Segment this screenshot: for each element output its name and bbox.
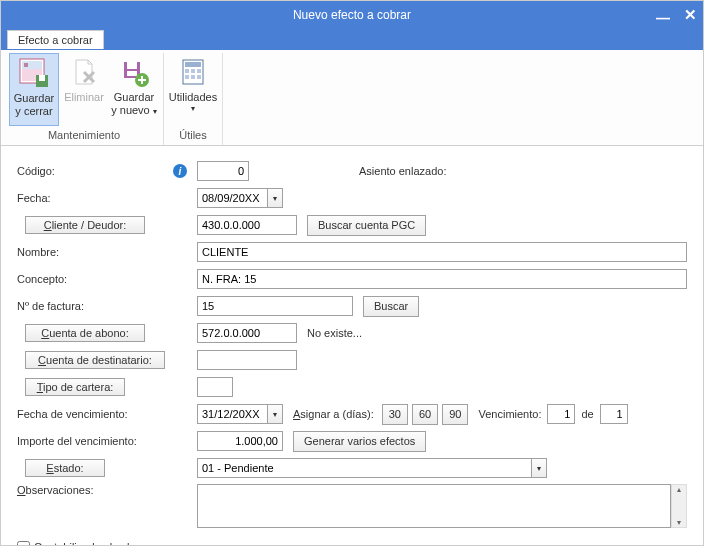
generar-varios-efectos-button[interactable]: Generar varios efectos — [293, 431, 426, 452]
cliente-input[interactable] — [197, 215, 297, 235]
observaciones-scrollbar[interactable]: ▴ ▾ — [671, 484, 687, 528]
ribbon-group-label-mantenimiento: Mantenimiento — [48, 126, 120, 145]
dialog-window: Nuevo efecto a cobrar — ✕ Efecto a cobra… — [0, 0, 704, 546]
delete-label: Eliminar — [64, 91, 104, 104]
estado-button[interactable]: Estado: — [25, 459, 105, 477]
utilities-button[interactable]: Utilidades ▾ — [168, 53, 218, 126]
label-vencimiento-n: Vencimiento: — [478, 408, 541, 420]
fecha-field[interactable]: ▾ — [197, 188, 283, 208]
importe-input[interactable] — [197, 431, 283, 451]
cuenta-destinatario-button[interactable]: Cuenta de destinatario: — [25, 351, 165, 369]
contabilizado-checkbox[interactable]: Contabilizado el cobro — [17, 541, 143, 547]
dias-90-button[interactable]: 90 — [442, 404, 468, 425]
label-de: de — [581, 408, 593, 420]
label-concepto: Concepto: — [17, 273, 197, 285]
chevron-down-icon: ▾ — [153, 107, 157, 116]
close-icon[interactable]: ✕ — [684, 6, 697, 24]
titlebar: Nuevo efecto a cobrar — ✕ — [1, 1, 703, 29]
buscar-cuenta-pgc-button[interactable]: Buscar cuenta PGC — [307, 215, 426, 236]
estado-select[interactable]: ▾ — [197, 458, 547, 478]
utilities-label: Utilidades — [169, 91, 217, 104]
info-icon[interactable]: i — [173, 164, 187, 178]
label-codigo: Código: i — [17, 164, 197, 178]
no-existe-text: No existe... — [307, 327, 362, 339]
svg-rect-13 — [191, 75, 195, 79]
svg-rect-12 — [185, 75, 189, 79]
save-and-new-button[interactable]: Guardar y nuevo ▾ — [109, 53, 159, 126]
delete-button: Eliminar — [59, 53, 109, 126]
ribbon-group-utiles: Utilidades ▾ Útiles — [164, 53, 223, 145]
save-close-icon — [18, 57, 50, 89]
label-asiento-enlazado: Asiento enlazado: — [359, 165, 446, 177]
concepto-input[interactable] — [197, 269, 687, 289]
svg-rect-10 — [191, 69, 195, 73]
svg-rect-11 — [197, 69, 201, 73]
ribbon-group-mantenimiento: Guardar y cerrar Eliminar — [5, 53, 164, 145]
estado-dropdown-icon[interactable]: ▾ — [531, 458, 547, 478]
tipo-cartera-button[interactable]: Tipo de cartera: — [25, 378, 125, 396]
save-and-close-button[interactable]: Guardar y cerrar — [9, 53, 59, 126]
delete-icon — [68, 56, 100, 88]
buscar-button[interactable]: Buscar — [363, 296, 419, 317]
vencimiento-de-input[interactable] — [600, 404, 628, 424]
svg-rect-3 — [24, 63, 28, 67]
tipo-cartera-input[interactable] — [197, 377, 233, 397]
chevron-down-icon: ▾ — [191, 104, 195, 114]
label-fecha-venc: Fecha de vencimiento: — [17, 408, 197, 420]
label-nfactura: Nº de factura: — [17, 300, 197, 312]
label-importe: Importe del vencimiento: — [17, 435, 197, 447]
ribbon: Guardar y cerrar Eliminar — [1, 50, 703, 146]
cuenta-destinatario-input[interactable] — [197, 350, 297, 370]
svg-rect-4 — [127, 62, 137, 69]
calculator-icon — [177, 56, 209, 88]
label-fecha: Fecha: — [17, 192, 197, 204]
fecha-venc-dropdown-icon[interactable]: ▾ — [267, 404, 283, 424]
scroll-up-icon[interactable]: ▴ — [677, 485, 681, 494]
minimize-icon[interactable]: — — [656, 10, 670, 26]
cuenta-abono-input[interactable] — [197, 323, 297, 343]
ribbon-group-label-utiles: Útiles — [179, 126, 207, 145]
fecha-venc-input[interactable] — [197, 404, 267, 424]
svg-rect-14 — [197, 75, 201, 79]
label-nombre: Nombre: — [17, 246, 197, 258]
contabilizado-checkbox-input[interactable] — [17, 541, 30, 547]
scroll-down-icon[interactable]: ▾ — [677, 518, 681, 527]
fecha-dropdown-icon[interactable]: ▾ — [267, 188, 283, 208]
dias-60-button[interactable]: 60 — [412, 404, 438, 425]
dias-30-button[interactable]: 30 — [382, 404, 408, 425]
save-new-label-2: y nuevo — [111, 104, 150, 116]
tab-efecto-a-cobrar[interactable]: Efecto a cobrar — [7, 30, 104, 49]
estado-input[interactable] — [197, 458, 531, 478]
codigo-input[interactable] — [197, 161, 249, 181]
window-title: Nuevo efecto a cobrar — [293, 8, 411, 22]
cliente-deudor-button[interactable]: Cliente / Deudor: — [25, 216, 145, 234]
tab-row: Efecto a cobrar — [1, 29, 703, 50]
svg-rect-8 — [185, 62, 201, 67]
save-new-label-1: Guardar — [114, 91, 154, 104]
label-observaciones: Observaciones: — [17, 484, 197, 496]
fecha-venc-field[interactable]: ▾ — [197, 404, 283, 424]
save-close-label-1: Guardar — [14, 92, 54, 105]
contabilizado-label: Contabilizado el cobro — [34, 541, 143, 546]
svg-rect-9 — [185, 69, 189, 73]
cuenta-abono-button[interactable]: Cuenta de abono: — [25, 324, 145, 342]
label-asignar-dias: Asignar a (días): — [293, 408, 374, 420]
nombre-input[interactable] — [197, 242, 687, 262]
fecha-input[interactable] — [197, 188, 267, 208]
form-area: Código: i Asiento enlazado: Fecha: ▾ Cli… — [1, 146, 703, 546]
save-close-label-2: y cerrar — [15, 105, 52, 118]
observaciones-textarea[interactable] — [197, 484, 671, 528]
nfactura-input[interactable] — [197, 296, 353, 316]
save-new-icon — [118, 56, 150, 88]
vencimiento-n-input[interactable] — [547, 404, 575, 424]
svg-rect-5 — [127, 71, 137, 76]
